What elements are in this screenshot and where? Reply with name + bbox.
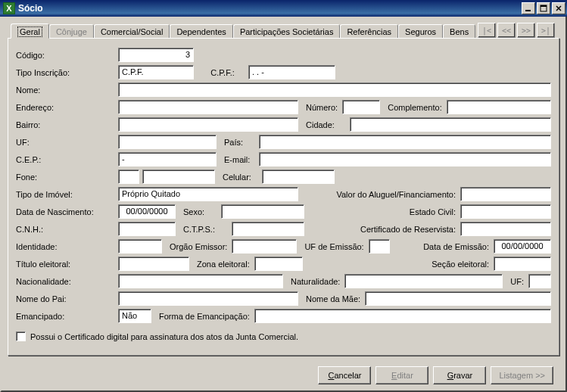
tipo-inscricao-field[interactable]: C.P.F. xyxy=(118,65,194,79)
secao-eleitoral-field[interactable] xyxy=(494,257,551,271)
endereco-field[interactable] xyxy=(118,100,298,114)
editar-button[interactable]: Editar xyxy=(375,366,428,384)
listagem-button[interactable]: Listagem >> xyxy=(491,366,553,384)
titulo-eleitoral-label: Título eleitoral: xyxy=(16,260,118,269)
cnh-field[interactable] xyxy=(118,222,176,236)
minimize-button[interactable] xyxy=(522,2,535,14)
cancelar-button[interactable]: Cancelar xyxy=(318,366,371,384)
tab-bens[interactable]: Bens xyxy=(443,24,475,38)
titulo-eleitoral-field[interactable] xyxy=(118,257,189,271)
nome-pai-label: Nome do Pai: xyxy=(16,294,118,303)
certificado-digital-label: Possui o Certificado digital para assina… xyxy=(30,332,298,341)
cert-reservista-label: Certificado de Reservista: xyxy=(304,225,460,234)
uf-field[interactable] xyxy=(118,135,217,149)
nacionalidade-label: Nacionalidade: xyxy=(16,277,118,286)
fone-ddd-field[interactable] xyxy=(118,170,139,184)
cidade-label: Cidade: xyxy=(306,120,345,129)
fone-label: Fone: xyxy=(16,173,118,182)
naturalidade-field[interactable] xyxy=(344,274,503,288)
naturalidade-label: Naturalidade: xyxy=(291,277,340,286)
naturalidade-uf-label: UF: xyxy=(510,277,524,286)
nome-pai-field[interactable] xyxy=(118,291,298,306)
title-bar: X Sócio xyxy=(0,0,567,17)
maximize-button[interactable] xyxy=(537,2,550,14)
pais-field[interactable] xyxy=(259,135,551,149)
email-label: E-mail: xyxy=(224,155,254,164)
uf-emissao-field[interactable] xyxy=(369,239,390,254)
nav-next-button[interactable]: >> xyxy=(517,23,535,38)
certificado-digital-checkbox[interactable] xyxy=(16,331,26,341)
cnh-label: C.N.H.: xyxy=(16,225,118,234)
numero-field[interactable] xyxy=(342,100,380,114)
tab-geral[interactable]: Geral xyxy=(11,23,49,39)
cidade-field[interactable] xyxy=(350,117,551,132)
tipo-inscricao-label: Tipo Inscrição: xyxy=(16,68,118,77)
cep-label: C.E.P.: xyxy=(16,155,118,164)
cep-field[interactable]: - xyxy=(118,152,217,166)
complemento-label: Complemento: xyxy=(388,103,442,112)
tab-comercial[interactable]: Comercial/Social xyxy=(94,24,170,38)
app-icon: X xyxy=(3,2,15,14)
identidade-field[interactable] xyxy=(118,239,162,254)
fone-field[interactable] xyxy=(142,170,215,184)
celular-label: Celular: xyxy=(223,173,257,182)
client-area: |< << >> >| Geral Cônjuge Comercial/Soci… xyxy=(0,17,567,392)
forma-emanc-field[interactable] xyxy=(254,309,551,323)
uf-emissao-label: UF de Emissão: xyxy=(304,242,363,251)
nav-first-button[interactable]: |< xyxy=(478,23,496,38)
tab-referencias[interactable]: Referências xyxy=(340,24,398,38)
emancipado-field[interactable]: Não xyxy=(118,309,151,323)
nav-last-button[interactable]: >| xyxy=(537,23,555,38)
nome-field[interactable] xyxy=(118,82,551,97)
zona-eleitoral-label: Zona eleitoral: xyxy=(197,260,250,269)
nav-prev-button[interactable]: << xyxy=(497,23,516,38)
tab-dependentes[interactable]: Dependentes xyxy=(170,24,232,38)
window-title: Sócio xyxy=(18,3,43,14)
codigo-label: Código: xyxy=(16,51,118,60)
data-nasc-label: Data de Nascimento: xyxy=(16,207,118,216)
nome-label: Nome: xyxy=(16,86,118,95)
tab-panel-geral: Código: 3 Tipo Inscrição: C.P.F. C.P.F.:… xyxy=(8,38,559,356)
codigo-field[interactable]: 3 xyxy=(118,48,194,62)
cert-reservista-field[interactable] xyxy=(460,222,551,236)
ctps-label: C.T.P.S.: xyxy=(183,225,227,234)
naturalidade-uf-field[interactable] xyxy=(528,274,551,288)
tipo-imovel-field[interactable]: Próprio Quitado xyxy=(118,187,298,201)
forma-emanc-label: Forma de Emancipação: xyxy=(159,312,250,321)
cpf-field[interactable]: . . - xyxy=(248,65,335,79)
bairro-label: Bairro: xyxy=(16,120,118,129)
valor-aluguel-field[interactable] xyxy=(460,187,551,201)
ctps-field[interactable] xyxy=(232,222,304,236)
cpf-label: C.P.F.: xyxy=(201,68,244,77)
zona-eleitoral-field[interactable] xyxy=(254,257,303,271)
gravar-button[interactable]: Gravar xyxy=(433,366,486,384)
data-emissao-field[interactable]: 00/00/0000 xyxy=(494,239,551,254)
complemento-field[interactable] xyxy=(447,100,551,114)
bairro-field[interactable] xyxy=(118,117,298,132)
valor-aluguel-label: Valor do Aluguel/Financiamento: xyxy=(298,190,460,199)
data-nasc-field[interactable]: 00/00/0000 xyxy=(118,204,176,219)
action-bar: Cancelar Editar Gravar Listagem >> xyxy=(318,366,553,384)
nome-mae-field[interactable] xyxy=(365,291,551,306)
emancipado-label: Emancipado: xyxy=(16,312,118,321)
nacionalidade-field[interactable] xyxy=(118,274,283,288)
tab-seguros[interactable]: Seguros xyxy=(398,24,443,38)
celular-field[interactable] xyxy=(262,170,335,184)
svg-rect-2 xyxy=(541,5,547,7)
orgao-emissor-field[interactable] xyxy=(232,239,297,254)
secao-eleitoral-label: Seção eleitoral: xyxy=(303,260,494,269)
endereco-label: Endereço: xyxy=(16,103,118,112)
close-button[interactable] xyxy=(552,2,565,14)
email-field[interactable] xyxy=(259,152,551,166)
nome-mae-label: Nome da Mãe: xyxy=(306,294,360,303)
identidade-label: Identidade: xyxy=(16,242,118,251)
sexo-field[interactable] xyxy=(221,204,304,219)
estado-civil-field[interactable] xyxy=(460,204,551,219)
pais-label: País: xyxy=(224,138,254,147)
orgao-emissor-label: Orgão Emissor: xyxy=(170,242,227,251)
sexo-label: Sexo: xyxy=(183,207,217,216)
estado-civil-label: Estado Civil: xyxy=(304,207,460,216)
tab-participacoes[interactable]: Participações Societárias xyxy=(233,24,341,38)
data-emissao-label: Data de Emissão: xyxy=(390,242,494,251)
tab-conjuge[interactable]: Cônjuge xyxy=(49,24,94,38)
